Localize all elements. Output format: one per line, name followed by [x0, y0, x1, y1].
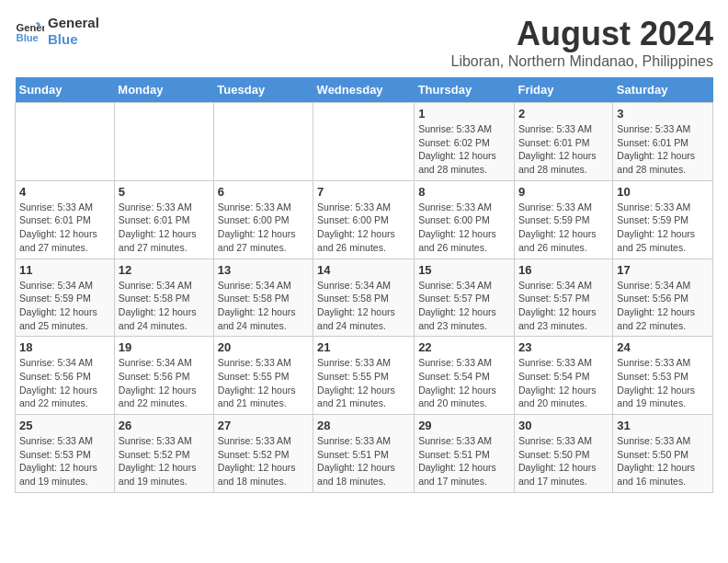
day-number: 31 — [617, 419, 709, 432]
calendar-cell: 23Sunrise: 5:33 AMSunset: 5:54 PMDayligh… — [514, 337, 612, 415]
day-number: 9 — [518, 185, 609, 199]
day-info: Sunrise: 5:33 AMSunset: 5:52 PMDaylight:… — [218, 434, 309, 488]
day-info: Sunrise: 5:34 AMSunset: 5:56 PMDaylight:… — [119, 356, 210, 410]
column-header-tuesday: Tuesday — [213, 77, 313, 103]
day-number: 6 — [218, 185, 309, 199]
day-number: 30 — [518, 419, 609, 432]
day-number: 20 — [218, 340, 309, 354]
day-info: Sunrise: 5:34 AMSunset: 5:58 PMDaylight:… — [218, 279, 309, 333]
day-info: Sunrise: 5:33 AMSunset: 6:02 PMDaylight:… — [418, 122, 510, 177]
day-number: 5 — [119, 185, 210, 199]
column-header-thursday: Thursday — [415, 77, 515, 103]
calendar-week-5: 25Sunrise: 5:33 AMSunset: 5:53 PMDayligh… — [16, 415, 713, 493]
day-info: Sunrise: 5:33 AMSunset: 5:59 PMDaylight:… — [617, 201, 709, 255]
day-info: Sunrise: 5:33 AMSunset: 5:59 PMDaylight:… — [518, 201, 609, 255]
calendar-cell: 5Sunrise: 5:33 AMSunset: 6:01 PMDaylight… — [114, 180, 213, 259]
day-info: Sunrise: 5:34 AMSunset: 5:59 PMDaylight:… — [19, 279, 110, 333]
day-info: Sunrise: 5:33 AMSunset: 6:01 PMDaylight:… — [617, 122, 709, 177]
day-number: 11 — [19, 263, 110, 277]
calendar-cell — [16, 103, 115, 181]
day-number: 22 — [418, 340, 510, 354]
page-header: General Blue General Blue August 2024 Li… — [15, 15, 713, 70]
calendar-cell: 31Sunrise: 5:33 AMSunset: 5:50 PMDayligh… — [613, 415, 713, 493]
calendar-cell: 8Sunrise: 5:33 AMSunset: 6:00 PMDaylight… — [415, 180, 515, 259]
calendar-cell: 1Sunrise: 5:33 AMSunset: 6:02 PMDaylight… — [415, 103, 515, 181]
day-number: 19 — [119, 340, 210, 354]
column-header-sunday: Sunday — [16, 77, 115, 103]
calendar-week-4: 18Sunrise: 5:34 AMSunset: 5:56 PMDayligh… — [16, 337, 713, 415]
column-header-wednesday: Wednesday — [313, 77, 415, 103]
day-number: 18 — [19, 340, 110, 354]
day-info: Sunrise: 5:33 AMSunset: 6:01 PMDaylight:… — [518, 122, 609, 177]
day-info: Sunrise: 5:33 AMSunset: 6:01 PMDaylight:… — [119, 201, 210, 255]
page-title: August 2024 — [450, 15, 713, 53]
day-number: 1 — [418, 107, 510, 121]
day-number: 12 — [119, 263, 210, 277]
day-info: Sunrise: 5:33 AMSunset: 5:50 PMDaylight:… — [518, 434, 609, 488]
day-info: Sunrise: 5:33 AMSunset: 5:55 PMDaylight:… — [317, 356, 410, 410]
day-info: Sunrise: 5:34 AMSunset: 5:57 PMDaylight:… — [518, 279, 609, 333]
day-info: Sunrise: 5:33 AMSunset: 5:51 PMDaylight:… — [317, 434, 410, 488]
calendar-cell: 9Sunrise: 5:33 AMSunset: 5:59 PMDaylight… — [514, 180, 612, 259]
day-number: 17 — [617, 263, 709, 277]
day-info: Sunrise: 5:33 AMSunset: 5:54 PMDaylight:… — [518, 356, 609, 410]
day-number: 21 — [317, 340, 410, 354]
svg-text:Blue: Blue — [17, 32, 39, 43]
day-info: Sunrise: 5:33 AMSunset: 5:53 PMDaylight:… — [19, 434, 110, 488]
calendar-cell: 29Sunrise: 5:33 AMSunset: 5:51 PMDayligh… — [415, 415, 515, 493]
calendar-cell: 12Sunrise: 5:34 AMSunset: 5:58 PMDayligh… — [114, 259, 213, 337]
title-block: August 2024 Liboran, Northern Mindanao, … — [450, 15, 713, 70]
column-header-saturday: Saturday — [613, 77, 713, 103]
page-subtitle: Liboran, Northern Mindanao, Philippines — [450, 53, 713, 70]
calendar-cell: 27Sunrise: 5:33 AMSunset: 5:52 PMDayligh… — [213, 415, 313, 493]
day-info: Sunrise: 5:34 AMSunset: 5:56 PMDaylight:… — [617, 279, 709, 333]
day-number: 4 — [19, 185, 110, 199]
logo: General Blue General Blue — [15, 15, 99, 48]
day-number: 8 — [418, 185, 510, 199]
day-number: 29 — [418, 419, 510, 432]
calendar-cell: 25Sunrise: 5:33 AMSunset: 5:53 PMDayligh… — [16, 415, 115, 493]
calendar-cell: 19Sunrise: 5:34 AMSunset: 5:56 PMDayligh… — [114, 337, 213, 415]
day-number: 15 — [418, 263, 510, 277]
day-info: Sunrise: 5:33 AMSunset: 5:52 PMDaylight:… — [119, 434, 210, 488]
calendar-table: SundayMondayTuesdayWednesdayThursdayFrid… — [15, 77, 713, 493]
calendar-cell: 22Sunrise: 5:33 AMSunset: 5:54 PMDayligh… — [415, 337, 515, 415]
calendar-cell — [114, 103, 213, 181]
day-number: 27 — [218, 419, 309, 432]
calendar-cell: 16Sunrise: 5:34 AMSunset: 5:57 PMDayligh… — [514, 259, 612, 337]
day-info: Sunrise: 5:33 AMSunset: 6:00 PMDaylight:… — [418, 201, 510, 255]
day-number: 26 — [119, 419, 210, 432]
day-info: Sunrise: 5:34 AMSunset: 5:57 PMDaylight:… — [418, 279, 510, 333]
calendar-cell: 6Sunrise: 5:33 AMSunset: 6:00 PMDaylight… — [213, 180, 313, 259]
calendar-cell — [213, 103, 313, 181]
logo-icon: General Blue — [15, 17, 44, 46]
day-info: Sunrise: 5:34 AMSunset: 5:56 PMDaylight:… — [19, 356, 110, 410]
day-info: Sunrise: 5:33 AMSunset: 6:00 PMDaylight:… — [317, 201, 410, 255]
day-number: 16 — [518, 263, 609, 277]
calendar-cell: 7Sunrise: 5:33 AMSunset: 6:00 PMDaylight… — [313, 180, 415, 259]
calendar-cell — [313, 103, 415, 181]
calendar-cell: 18Sunrise: 5:34 AMSunset: 5:56 PMDayligh… — [16, 337, 115, 415]
day-info: Sunrise: 5:33 AMSunset: 5:54 PMDaylight:… — [418, 356, 510, 410]
day-number: 28 — [317, 419, 410, 432]
calendar-week-3: 11Sunrise: 5:34 AMSunset: 5:59 PMDayligh… — [16, 259, 713, 337]
day-number: 7 — [317, 185, 410, 199]
day-info: Sunrise: 5:33 AMSunset: 6:01 PMDaylight:… — [19, 201, 110, 255]
column-header-friday: Friday — [514, 77, 612, 103]
day-number: 3 — [617, 107, 709, 121]
logo-line2: Blue — [48, 31, 78, 47]
calendar-cell: 13Sunrise: 5:34 AMSunset: 5:58 PMDayligh… — [213, 259, 313, 337]
calendar-cell: 10Sunrise: 5:33 AMSunset: 5:59 PMDayligh… — [613, 180, 713, 259]
calendar-cell: 4Sunrise: 5:33 AMSunset: 6:01 PMDaylight… — [16, 180, 115, 259]
calendar-cell: 30Sunrise: 5:33 AMSunset: 5:50 PMDayligh… — [514, 415, 612, 493]
logo-line1: General — [48, 15, 99, 30]
calendar-cell: 20Sunrise: 5:33 AMSunset: 5:55 PMDayligh… — [213, 337, 313, 415]
calendar-cell: 14Sunrise: 5:34 AMSunset: 5:58 PMDayligh… — [313, 259, 415, 337]
calendar-cell: 28Sunrise: 5:33 AMSunset: 5:51 PMDayligh… — [313, 415, 415, 493]
column-header-monday: Monday — [114, 77, 213, 103]
day-info: Sunrise: 5:33 AMSunset: 5:53 PMDaylight:… — [617, 356, 709, 410]
day-info: Sunrise: 5:33 AMSunset: 6:00 PMDaylight:… — [218, 201, 309, 255]
calendar-cell: 11Sunrise: 5:34 AMSunset: 5:59 PMDayligh… — [16, 259, 115, 337]
day-number: 14 — [317, 263, 410, 277]
day-number: 25 — [19, 419, 110, 432]
